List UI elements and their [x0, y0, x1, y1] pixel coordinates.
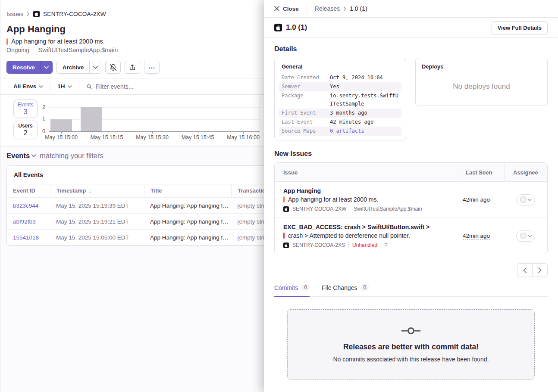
resolve-dropdown-button[interactable] [41, 61, 52, 73]
issue-short-id: SENTRY-COCOA-2XW [292, 206, 346, 212]
issue-header: Issues SENTRY-COCOA-2XW App Hanging App … [0, 0, 264, 74]
search-icon [86, 84, 92, 90]
issue-cell: App Hanging App hanging for at least 200… [275, 187, 457, 212]
resolve-split-button: Resolve [6, 61, 53, 74]
issue-message: App hanging for at least 2000 ms. [288, 196, 378, 203]
commits-empty-state: Releases are better with commit data! No… [287, 309, 535, 380]
row-label: First Event [282, 109, 330, 117]
breadcrumb-issues-link[interactable]: Issues [6, 11, 23, 17]
tab-count-badge: 0 [361, 284, 369, 291]
general-card: General Date Created Oct 9, 2024 10:04 S… [274, 58, 406, 140]
row-value: io.sentry.tests.SwiftUITestSample [330, 92, 399, 108]
search-input[interactable] [96, 83, 264, 90]
apple-platform-icon [283, 243, 289, 248]
column-header-event-id[interactable]: Event ID [7, 184, 50, 197]
event-id-link[interactable]: 15541018 [7, 229, 50, 245]
event-id-link[interactable]: abf92fb3 [7, 213, 50, 229]
assignee-dropdown[interactable] [516, 230, 535, 242]
view-full-details-button[interactable]: View Full Details [492, 21, 548, 34]
issue-link[interactable]: App Hanging [283, 187, 452, 194]
unhandled-tag: Unhandled [352, 242, 377, 248]
unhandled-help[interactable]: ? [385, 242, 388, 248]
issues-pagination [274, 263, 548, 277]
avatar-placeholder [520, 196, 527, 203]
artifacts-link[interactable]: 0 artifacts [330, 128, 364, 134]
tab-label: Commits [274, 284, 298, 291]
general-row-first-event: First Event 3 months ago [279, 109, 401, 118]
y-axis-tick-label: 1 [31, 116, 45, 123]
issue-message-row: crash > Attempted to dereference null po… [283, 232, 452, 239]
row-label: Package [282, 92, 330, 108]
apple-platform-icon [283, 206, 289, 212]
git-commit-icon [401, 326, 421, 336]
row-label: Semver [282, 83, 330, 91]
release-title: 1.0 (1) [286, 23, 307, 32]
events-type-selector[interactable]: Events [6, 152, 36, 160]
new-issues-header: Issue Last Seen Assignee [275, 163, 547, 182]
column-header-assignee: Assignee [504, 163, 547, 182]
event-count-bar[interactable] [50, 119, 72, 131]
row-value[interactable]: 42 minutes ago [330, 118, 399, 126]
resolve-button[interactable]: Resolve [7, 61, 41, 73]
previous-page-button[interactable] [517, 263, 533, 277]
time-range-selector[interactable]: 1H [50, 83, 78, 90]
general-row-date-created: Date Created Oct 9, 2024 10:04 [279, 73, 401, 82]
mute-button[interactable] [105, 61, 121, 74]
issue-cell: EXC_BAD_ACCESS: crash > SwiftUI/Button.s… [275, 224, 457, 248]
apple-platform-icon [33, 11, 40, 17]
row-value: 0 artifacts [330, 127, 399, 135]
column-header-title[interactable]: Title [144, 184, 231, 197]
new-issues-heading: New Issues [274, 150, 548, 158]
tab-file-changes[interactable]: File Changes 0 [322, 284, 369, 297]
last-seen-value[interactable]: 42min ago [463, 233, 490, 240]
x-axis-line [49, 131, 260, 132]
share-button[interactable] [125, 61, 140, 74]
details-cards: General Date Created Oct 9, 2024 10:04 S… [274, 58, 548, 140]
x-axis-tick-label: May 15 15:30 [129, 134, 176, 140]
issue-body: Events matching your filters All Events … [0, 146, 264, 392]
events-heading-suffix: matching your filters [40, 152, 103, 160]
column-header-issue: Issue [275, 169, 457, 176]
close-label: Close [283, 6, 299, 12]
issue-link[interactable]: EXC_BAD_ACCESS: crash > SwiftUI/Button.s… [283, 224, 452, 230]
commits-empty-title: Releases are better with commit data! [343, 342, 479, 352]
event-timestamp: May 15, 2025 15:19:21 EDT [50, 213, 144, 229]
issue-meta-row: Ongoing SwiftUITestSampleApp.$main [6, 47, 258, 53]
issue-action-bar: Resolve Archive [6, 61, 258, 74]
breadcrumb-short-id[interactable]: SENTRY-COCOA-2XW [43, 11, 106, 17]
breadcrumb: Issues SENTRY-COCOA-2XW [6, 10, 258, 18]
row-label: Last Event [282, 118, 330, 126]
event-timestamp: May 15, 2025 15:19:39 EDT [50, 197, 144, 213]
events-grid: Event ID Timestamp ↓ Title Transaction b… [7, 184, 282, 245]
more-actions-button[interactable]: ... [144, 61, 160, 74]
event-count-bar[interactable] [81, 107, 102, 131]
sort-desc-icon: ↓ [88, 187, 91, 194]
close-panel-button[interactable]: Close [274, 6, 299, 12]
events-section-heading: Events matching your filters [0, 146, 264, 160]
event-id-link[interactable]: b323c944 [7, 197, 50, 213]
next-page-button[interactable] [532, 263, 548, 277]
column-header-last-seen: Last Seen [457, 163, 504, 182]
row-value[interactable]: 3 months ago [330, 109, 399, 117]
release-details-panel: Close Releases 1.0 (1) 1.0 (1) View Full… [264, 0, 558, 392]
chevron-right-icon [538, 268, 542, 273]
last-seen-value[interactable]: 42min ago [463, 196, 490, 203]
new-issues-table: Issue Last Seen Assignee App Hanging App… [274, 162, 548, 254]
archive-button[interactable]: Archive [57, 61, 90, 73]
assignee-dropdown[interactable] [516, 194, 535, 205]
commits-empty-subtitle: No commits associated with this release … [333, 356, 489, 363]
divider [350, 206, 350, 212]
archive-dropdown-button[interactable] [89, 61, 101, 73]
releases-breadcrumb-link[interactable]: Releases [315, 5, 340, 12]
panel-topbar: Close Releases 1.0 (1) [264, 0, 558, 18]
environment-selector[interactable]: All Envs [13, 83, 50, 90]
chevron-left-icon [523, 268, 527, 273]
general-row-last-event: Last Event 42 minutes ago [279, 118, 401, 127]
level-warning-bar [283, 196, 285, 202]
column-header-timestamp[interactable]: Timestamp ↓ [50, 184, 144, 197]
general-row-package: Package io.sentry.tests.SwiftUITestSampl… [279, 91, 401, 109]
event-title: App Hanging: App hanging for at least 20… [144, 229, 231, 245]
tab-commits[interactable]: Commits 0 [274, 284, 310, 297]
level-warning-bar [6, 38, 8, 45]
ellipsis-icon: ... [149, 62, 156, 72]
